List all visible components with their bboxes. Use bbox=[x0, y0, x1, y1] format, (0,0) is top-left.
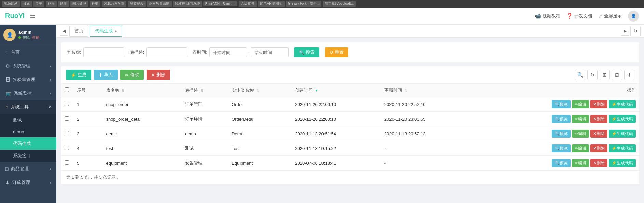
sidebar-item-goods[interactable]: □ 商品管理 › bbox=[0, 162, 56, 176]
browser-tab-6[interactable]: 图片处理 bbox=[70, 1, 88, 7]
cell-seq-3: 4 bbox=[73, 141, 103, 156]
search-button[interactable]: 🔍 搜索 bbox=[294, 47, 319, 57]
fullscreen-btn[interactable]: ⤢ 全屏显示 bbox=[598, 13, 622, 19]
generate-row-btn-4[interactable]: ⚡生成代码 bbox=[609, 159, 636, 167]
layout-toolbar-icon[interactable]: ⊟ bbox=[612, 70, 622, 80]
sidebar-item-home[interactable]: ⌂ 首页 bbox=[0, 45, 56, 59]
delete-row-btn-3[interactable]: ✕删除 bbox=[590, 144, 607, 152]
app-header: RuoYi ☰ 📹 视频教程 ❓ 开发文档 ⤢ 全屏显示 👤 bbox=[0, 8, 644, 25]
select-all-checkbox[interactable] bbox=[65, 87, 69, 92]
edit-row-btn-2[interactable]: ✏编辑 bbox=[572, 130, 589, 138]
browser-tab-11[interactable]: 监杯杯 练习系统 bbox=[173, 1, 202, 7]
th-create-time[interactable]: 创建时间 ▼ bbox=[291, 84, 381, 97]
search-icon: 🔍 bbox=[299, 50, 304, 55]
row-checkbox-3[interactable] bbox=[65, 146, 69, 150]
hamburger-icon[interactable]: ☰ bbox=[30, 12, 35, 20]
reset-button[interactable]: ↺ 重置 bbox=[325, 47, 348, 57]
preview-btn-2[interactable]: 🔍预览 bbox=[552, 130, 571, 138]
video-tutorial-btn[interactable]: 📹 视频教程 bbox=[535, 13, 560, 19]
browser-tab-9[interactable]: 秘迹搜索 bbox=[128, 1, 146, 7]
browser-tab-5[interactable]: 题库 bbox=[58, 1, 69, 7]
row-checkbox-2[interactable] bbox=[65, 131, 69, 135]
browser-tab-15[interactable]: Greasy Fork - 安全... bbox=[286, 1, 321, 7]
sort-icon-update-time: ⇅ bbox=[404, 89, 407, 92]
row-checkbox-0[interactable] bbox=[65, 102, 69, 106]
delete-button[interactable]: ✕ 删除 bbox=[147, 70, 170, 80]
dev-docs-btn[interactable]: ❓ 开发文档 bbox=[566, 13, 592, 19]
generate-button[interactable]: ⚡ 生成 bbox=[66, 70, 91, 80]
preview-btn-3[interactable]: 🔍预览 bbox=[552, 144, 571, 152]
sidebar-item-lab-manage[interactable]: 🗄 实验室管理 › bbox=[0, 73, 56, 86]
generate-icon: ⚡ bbox=[71, 72, 76, 78]
download-toolbar-icon[interactable]: ⬇ bbox=[624, 70, 634, 80]
edit-icon: ✏ bbox=[125, 72, 129, 78]
browser-tab-3[interactable]: 义里 bbox=[33, 1, 44, 7]
sidebar-item-sysinterface[interactable]: 系统接口 bbox=[0, 150, 56, 162]
sidebar-item-monitor[interactable]: 📺 系统监控 › bbox=[0, 86, 56, 100]
th-entity-name[interactable]: 实体类名称 ⇅ bbox=[228, 84, 291, 97]
cell-entity-name-0: Order bbox=[228, 97, 291, 112]
date-end-input[interactable] bbox=[251, 47, 289, 57]
edit-row-btn-1[interactable]: ✏编辑 bbox=[572, 115, 589, 123]
tools-submenu: 测试 demo 代码生成 系统接口 bbox=[0, 114, 56, 162]
columns-toolbar-icon[interactable]: ⊞ bbox=[600, 70, 610, 80]
sidebar-item-codegen[interactable]: 代码生成 bbox=[0, 137, 56, 150]
search-toolbar-icon[interactable]: 🔍 bbox=[575, 70, 585, 80]
tab-home[interactable]: 首页 bbox=[69, 26, 88, 37]
table-name-input[interactable] bbox=[83, 47, 124, 57]
browser-tab-16[interactable]: 狙狙鬼(Copytool)... bbox=[323, 1, 356, 7]
import-button[interactable]: ⬆ 导入 bbox=[94, 70, 118, 80]
close-icon[interactable]: ● bbox=[114, 29, 117, 33]
sidebar-item-tools[interactable]: ≡ 系统工具 ∨ bbox=[0, 100, 56, 114]
row-checkbox-1[interactable] bbox=[65, 116, 69, 121]
edit-row-btn-3[interactable]: ✏编辑 bbox=[572, 144, 589, 152]
tab-prev-btn[interactable]: ◀ bbox=[60, 27, 68, 36]
browser-tab-4[interactable]: 码库 bbox=[46, 1, 57, 7]
generate-row-btn-2[interactable]: ⚡生成代码 bbox=[609, 130, 636, 138]
browser-tab-7[interactable]: 框架 bbox=[90, 1, 100, 7]
avatar[interactable]: 👤 bbox=[628, 11, 639, 22]
preview-btn-1[interactable]: 🔍预览 bbox=[552, 115, 571, 123]
sidebar-item-system-manage[interactable]: ⚙ 系统管理 › bbox=[0, 59, 56, 73]
browser-tab-2[interactable]: 搜索 bbox=[21, 1, 32, 7]
browser-tab-14[interactable]: 简单API调用贝 bbox=[258, 1, 285, 7]
browser-tab-12[interactable]: BootCDN - Bootst... bbox=[203, 1, 237, 6]
edit-button[interactable]: ✏ 修改 bbox=[120, 70, 144, 80]
generate-row-btn-3[interactable]: ⚡生成代码 bbox=[609, 144, 636, 152]
table-desc-input[interactable] bbox=[146, 47, 187, 57]
preview-btn-0[interactable]: 🔍预览 bbox=[552, 100, 571, 108]
table-name-label: 表名称: bbox=[67, 49, 81, 55]
gear-icon: ⚙ bbox=[5, 63, 10, 69]
tab-next-btn[interactable]: ▶ bbox=[621, 27, 629, 36]
refresh-toolbar-icon[interactable]: ↻ bbox=[587, 70, 598, 80]
logout-button[interactable]: 注销 bbox=[32, 35, 39, 40]
delete-row-btn-4[interactable]: ✕删除 bbox=[590, 159, 607, 167]
pagination-info: 第 1 到 5 条，共 5 条记录。 bbox=[61, 171, 639, 184]
browser-tab-8[interactable]: 河北力方学院 bbox=[102, 1, 126, 7]
generate-row-btn-1[interactable]: ⚡生成代码 bbox=[609, 115, 636, 123]
browser-tab-13[interactable]: 六级接各 bbox=[239, 1, 257, 7]
delete-row-btn-2[interactable]: ✕删除 bbox=[590, 130, 607, 138]
date-start-input[interactable] bbox=[209, 47, 247, 57]
th-actions: 操作 bbox=[470, 84, 639, 97]
browser-tab-1[interactable]: 视频网站 bbox=[2, 1, 20, 7]
delete-row-btn-1[interactable]: ✕删除 bbox=[590, 115, 607, 123]
row-checkbox-4[interactable] bbox=[65, 160, 69, 165]
tab-codegen[interactable]: 代码生成 ● bbox=[90, 26, 122, 37]
sidebar-item-goods-label: 商品管理 bbox=[11, 166, 29, 172]
th-update-time[interactable]: 更新时间 ⇅ bbox=[381, 84, 470, 97]
table-desc-group: 表描述: bbox=[130, 47, 188, 57]
th-table-desc[interactable]: 表描述 ⇅ bbox=[181, 84, 228, 97]
edit-row-btn-4[interactable]: ✏编辑 bbox=[572, 159, 589, 167]
sidebar-item-test[interactable]: 测试 bbox=[0, 114, 56, 126]
browser-tab-10[interactable]: 正方教育系统 bbox=[147, 1, 172, 7]
sidebar-item-demo[interactable]: demo bbox=[0, 126, 56, 137]
chevron-right-icon-5: › bbox=[50, 181, 51, 185]
preview-btn-4[interactable]: 🔍预览 bbox=[552, 159, 571, 167]
sidebar-item-order[interactable]: ⬇ 订单管理 › bbox=[0, 176, 56, 189]
delete-row-btn-0[interactable]: ✕删除 bbox=[590, 100, 607, 108]
th-table-name[interactable]: 表名称 ⇅ bbox=[103, 84, 182, 97]
edit-row-btn-0[interactable]: ✏编辑 bbox=[572, 100, 589, 108]
generate-row-btn-0[interactable]: ⚡生成代码 bbox=[609, 100, 636, 108]
tab-refresh-btn[interactable]: ↻ bbox=[630, 26, 641, 36]
